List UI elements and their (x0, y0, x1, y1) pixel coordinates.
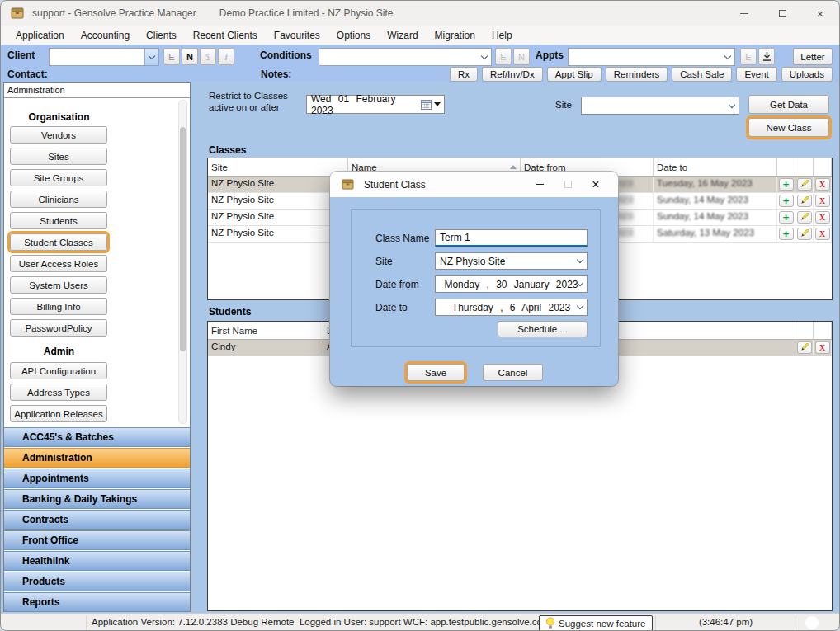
row-add-button[interactable]: + (779, 195, 794, 207)
minimize-button[interactable] (725, 1, 763, 26)
row-delete-button[interactable]: X (815, 195, 830, 207)
accordion-products[interactable]: Products (4, 572, 190, 591)
menu-favourites[interactable]: Favourites (266, 27, 328, 44)
site-select-dropdown[interactable] (573, 260, 587, 262)
suggest-feature-button[interactable]: Suggest new feature (539, 615, 653, 631)
site-select[interactable]: NZ Physio Site (435, 252, 588, 270)
ref-inv-dx-button[interactable]: Ref/Inv/Dx (482, 67, 543, 82)
column-header-first-name[interactable]: First Name (208, 322, 323, 339)
reminders-button[interactable]: Reminders (606, 67, 668, 82)
appts-e-button[interactable]: E (740, 48, 757, 65)
sidebar-item-application-releases[interactable]: Application Releases (10, 405, 107, 422)
event-button[interactable]: Event (736, 67, 776, 82)
menu-help[interactable]: Help (484, 27, 521, 44)
app-window: support - Gensolve Practice Manager Demo… (0, 0, 840, 631)
get-data-button[interactable]: Get Data (748, 95, 829, 114)
sidebar-item-password-policy[interactable]: PasswordPolicy (10, 319, 107, 337)
date-from-dropdown[interactable] (573, 276, 587, 292)
menu-clients[interactable]: Clients (138, 27, 185, 44)
menu-options[interactable]: Options (328, 27, 379, 44)
conditions-n-button[interactable]: N (513, 48, 530, 65)
client-dollar-button[interactable]: $ (200, 48, 216, 65)
appts-combo[interactable] (568, 48, 735, 66)
accordion-contracts[interactable]: Contracts (4, 510, 190, 530)
sidebar-item-api-configuration[interactable]: API Configuration (10, 362, 107, 379)
sidebar-item-site-groups[interactable]: Site Groups (10, 169, 107, 186)
sidebar-item-vendors[interactable]: Vendors (10, 126, 107, 144)
menu-migration[interactable]: Migration (427, 27, 484, 44)
menu-wizard[interactable]: Wizard (379, 27, 426, 44)
close-button[interactable]: × (801, 1, 839, 26)
column-header-date-to[interactable]: Date to (654, 158, 777, 176)
accordion-reports[interactable]: Reports (4, 592, 190, 612)
date-to-picker[interactable]: Thursday , 6 April 2023 (435, 299, 588, 316)
cash-sale-button[interactable]: Cash Sale (672, 67, 732, 82)
accordion-healthlink[interactable]: Healthlink (4, 551, 190, 571)
row-edit-button[interactable] (797, 228, 812, 240)
menu-recent-clients[interactable]: Recent Clients (185, 27, 266, 44)
maximize-button[interactable] (763, 1, 801, 26)
row-delete-button[interactable]: X (815, 178, 830, 191)
restrict-date-picker[interactable]: Wed 01 February 2023 (306, 95, 445, 114)
uploads-button[interactable]: Uploads (781, 67, 833, 82)
appts-download-button[interactable] (758, 48, 775, 65)
date-from-picker[interactable]: Monday , 30 January 2023 (435, 275, 588, 293)
row-edit-button[interactable] (797, 178, 812, 191)
sidebar-item-clinicians[interactable]: Clinicians (10, 191, 107, 208)
row-edit-button[interactable] (797, 195, 812, 207)
schedule-button[interactable]: Schedule ... (498, 321, 588, 337)
sidebar-item-sites[interactable]: Sites (10, 148, 107, 165)
appts-combo-dropdown[interactable] (720, 49, 734, 65)
dialog-close-button[interactable]: × (582, 173, 610, 196)
cancel-button[interactable]: Cancel (483, 364, 543, 381)
site-combo-dropdown[interactable] (724, 97, 739, 114)
site-filter-combo[interactable] (581, 97, 739, 115)
menu-accounting[interactable]: Accounting (73, 27, 138, 44)
row-delete-button[interactable]: X (815, 211, 830, 224)
save-button[interactable]: Save (407, 364, 465, 381)
client-n-button[interactable]: N (182, 48, 198, 65)
appt-slip-button[interactable]: Appt Slip (547, 67, 602, 82)
accordion-appointments[interactable]: Appointments (4, 469, 190, 488)
scrollbar-thumb[interactable] (180, 127, 186, 351)
menu-application[interactable]: Application (7, 27, 73, 44)
delete-x-icon: X (819, 180, 825, 189)
accordion-banking-daily-takings[interactable]: Banking & Daily Takings (4, 489, 190, 509)
client-info-button[interactable]: i (218, 48, 234, 65)
letter-button[interactable]: Letter (793, 48, 833, 65)
column-header-delete (814, 158, 832, 176)
row-edit-button[interactable] (797, 211, 812, 224)
date-to-dropdown[interactable] (573, 299, 587, 315)
row-add-button[interactable]: + (779, 228, 794, 240)
sidebar-scrollbar[interactable] (178, 100, 187, 424)
accordion-administration[interactable]: Administration (4, 448, 190, 468)
row-edit-button[interactable] (797, 341, 812, 354)
rx-button[interactable]: Rx (450, 67, 478, 82)
sidebar-item-user-access-roles[interactable]: User Access Roles (10, 255, 107, 272)
accordion-acc45s-batches[interactable]: ACC45's & Batches (4, 427, 190, 447)
row-delete-button[interactable]: X (815, 228, 830, 240)
dialog-minimize-button[interactable] (526, 173, 554, 196)
notes-label: Notes: (261, 68, 291, 80)
row-delete-button[interactable]: X (815, 341, 830, 354)
date-dropdown-icon[interactable] (434, 102, 441, 106)
client-combo[interactable] (49, 48, 159, 66)
sidebar-item-billing-info[interactable]: Billing Info (10, 298, 107, 315)
sidebar-item-student-classes[interactable]: Student Classes (10, 233, 107, 251)
column-header-site[interactable]: Site (208, 158, 348, 176)
row-add-button[interactable]: + (779, 211, 794, 224)
class-name-input[interactable]: Term 1 (435, 229, 588, 247)
conditions-combo[interactable] (319, 48, 492, 66)
accordion-front-office[interactable]: Front Office (4, 530, 190, 550)
client-e-button[interactable]: E (163, 48, 180, 65)
sidebar-item-address-types[interactable]: Address Types (10, 384, 107, 401)
row-add-button[interactable]: + (779, 178, 794, 191)
dialog-title-bar[interactable]: Student Class × (330, 172, 618, 197)
client-combo-dropdown[interactable] (144, 49, 158, 65)
conditions-combo-dropdown[interactable] (477, 49, 491, 65)
conditions-e-button[interactable]: E (495, 48, 512, 65)
new-class-button[interactable]: New Class (748, 118, 829, 137)
dialog-app-icon (342, 179, 354, 190)
sidebar-item-students[interactable]: Students (10, 212, 107, 229)
sidebar-item-system-users[interactable]: System Users (10, 276, 107, 294)
